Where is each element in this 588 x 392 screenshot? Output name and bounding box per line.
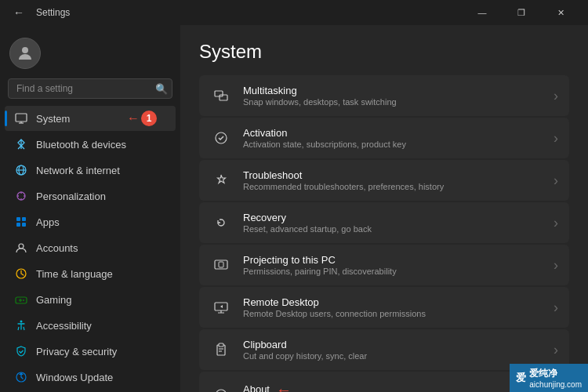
sidebar-item-label-time: Time & language <box>36 268 113 280</box>
recovery-chevron: › <box>554 215 558 231</box>
clipboard-desc: Cut and copy history, sync, clear <box>243 351 543 361</box>
page-title: System <box>199 41 569 63</box>
remote-desktop-chevron: › <box>554 299 558 316</box>
apps-icon <box>14 215 28 229</box>
about-text: About←Device specifications, rename PC, … <box>243 381 543 392</box>
search-box: 🔍 <box>8 78 172 99</box>
sidebar-item-apps[interactable]: Apps <box>5 209 176 234</box>
troubleshoot-desc: Recommended troubleshooters, preferences… <box>243 182 543 191</box>
remote-desktop-title: Remote Desktop <box>243 296 543 308</box>
accounts-icon <box>14 241 28 255</box>
clipboard-title: Clipboard <box>243 339 543 350</box>
about-annotation-arrow: ← <box>276 381 292 392</box>
recovery-text: RecoveryReset, advanced startup, go back <box>243 212 543 234</box>
sidebar-item-label-bluetooth: Bluetooth & devices <box>36 139 126 151</box>
sidebar-item-bluetooth[interactable]: Bluetooth & devices <box>5 132 176 157</box>
maximize-button[interactable]: ❐ <box>503 0 539 25</box>
svg-rect-9 <box>16 217 20 221</box>
titlebar: ← Settings — ❐ ✕ <box>0 0 588 25</box>
update-icon <box>14 370 28 384</box>
sidebar-item-accounts[interactable]: Accounts <box>5 235 176 260</box>
projecting-desc: Permissions, pairing PIN, discoverabilit… <box>243 267 543 276</box>
window-controls: — ❐ ✕ <box>464 0 579 25</box>
multitasking-desc: Snap windows, desktops, task switching <box>243 97 543 107</box>
projecting-settings-icon <box>210 254 232 276</box>
projecting-text: Projecting to this PCPermissions, pairin… <box>243 254 543 276</box>
remote-desktop-settings-icon <box>210 296 232 318</box>
sidebar-item-label-update: Windows Update <box>36 372 113 383</box>
accessibility-icon <box>14 318 28 332</box>
sidebar-item-label-network: Network & internet <box>36 165 120 176</box>
recovery-desc: Reset, advanced startup, go back <box>243 224 543 234</box>
sidebar-item-privacy[interactable]: Privacy & security <box>5 339 176 364</box>
titlebar-left: ← Settings <box>9 3 70 22</box>
search-input[interactable] <box>8 78 172 99</box>
settings-item-multitasking[interactable]: MultitaskingSnap windows, desktops, task… <box>199 75 569 116</box>
sidebar-item-accessibility[interactable]: Accessibility <box>5 313 176 338</box>
activation-title: Activation <box>243 127 543 139</box>
sidebar-item-label-privacy: Privacy & security <box>36 346 117 358</box>
clipboard-settings-icon <box>210 339 232 361</box>
remote-desktop-desc: Remote Desktop users, connection permiss… <box>243 309 543 318</box>
activation-text: ActivationActivation state, subscription… <box>243 127 543 149</box>
personalization-icon <box>14 189 28 203</box>
projecting-title: Projecting to this PC <box>243 254 543 266</box>
settings-item-troubleshoot[interactable]: TroubleshootRecommended troubleshooters,… <box>199 160 569 201</box>
sidebar-item-label-accessibility: Accessibility <box>36 320 92 332</box>
svg-rect-1 <box>16 114 27 122</box>
activation-desc: Activation state, subscriptions, product… <box>243 140 543 149</box>
svg-point-13 <box>19 244 24 249</box>
avatar <box>9 38 41 69</box>
sidebar-item-network[interactable]: Network & internet <box>5 158 176 183</box>
svg-rect-10 <box>22 217 26 221</box>
multitasking-settings-icon <box>210 85 232 107</box>
privacy-icon <box>14 344 28 358</box>
watermark-text: 爱纯净 aichunjing.com <box>529 367 582 389</box>
svg-point-18 <box>23 299 24 301</box>
settings-item-remote-desktop[interactable]: Remote DesktopRemote Desktop users, conn… <box>199 287 569 328</box>
troubleshoot-settings-icon <box>210 169 232 191</box>
multitasking-chevron: › <box>554 88 558 104</box>
nav-list: System←1Bluetooth & devicesNetwork & int… <box>0 105 180 390</box>
about-settings-icon <box>210 384 232 392</box>
sidebar-item-time[interactable]: Time & language <box>5 261 176 286</box>
sidebar-item-gaming[interactable]: Gaming <box>5 287 176 312</box>
bluetooth-icon <box>14 137 28 151</box>
svg-rect-25 <box>219 262 223 267</box>
settings-item-projecting[interactable]: Projecting to this PCPermissions, pairin… <box>199 245 569 285</box>
sidebar-item-label-personalization: Personalization <box>36 191 106 202</box>
recovery-settings-icon <box>210 212 232 234</box>
minimize-button[interactable]: — <box>464 0 500 25</box>
svg-point-19 <box>20 321 23 323</box>
svg-rect-21 <box>215 91 223 96</box>
gaming-icon <box>14 292 28 307</box>
troubleshoot-chevron: › <box>554 172 558 189</box>
content-area: System MultitaskingSnap windows, desktop… <box>180 25 588 392</box>
svg-rect-28 <box>219 343 223 347</box>
annotation-badge: 1 <box>141 111 157 126</box>
settings-item-activation[interactable]: ActivationActivation state, subscription… <box>199 118 569 158</box>
sidebar: 🔍 System←1Bluetooth & devicesNetwork & i… <box>0 25 180 392</box>
annotation-arrow: ← <box>127 111 140 125</box>
back-button[interactable]: ← <box>9 3 28 22</box>
sidebar-item-label-apps: Apps <box>36 216 60 228</box>
multitasking-title: Multitasking <box>243 85 543 96</box>
troubleshoot-text: TroubleshootRecommended troubleshooters,… <box>243 169 543 191</box>
projecting-chevron: › <box>554 257 558 274</box>
troubleshoot-title: Troubleshoot <box>243 169 543 181</box>
svg-rect-11 <box>16 223 20 227</box>
svg-rect-12 <box>22 223 26 227</box>
close-button[interactable]: ✕ <box>543 0 579 25</box>
sidebar-item-label-gaming: Gaming <box>36 294 72 306</box>
watermark-logo: 爱 <box>516 371 526 385</box>
clipboard-text: ClipboardCut and copy history, sync, cle… <box>243 339 543 361</box>
sidebar-item-system[interactable]: System←1 <box>5 106 176 131</box>
sidebar-item-update[interactable]: Windows Update <box>5 365 176 390</box>
system-icon <box>14 111 28 125</box>
sidebar-item-personalization[interactable]: Personalization <box>5 183 176 209</box>
settings-list: MultitaskingSnap windows, desktops, task… <box>199 75 569 392</box>
settings-item-recovery[interactable]: RecoveryReset, advanced startup, go back… <box>199 202 569 243</box>
network-icon <box>14 163 28 177</box>
sidebar-item-label-accounts: Accounts <box>36 242 78 254</box>
search-icon: 🔍 <box>155 83 168 95</box>
